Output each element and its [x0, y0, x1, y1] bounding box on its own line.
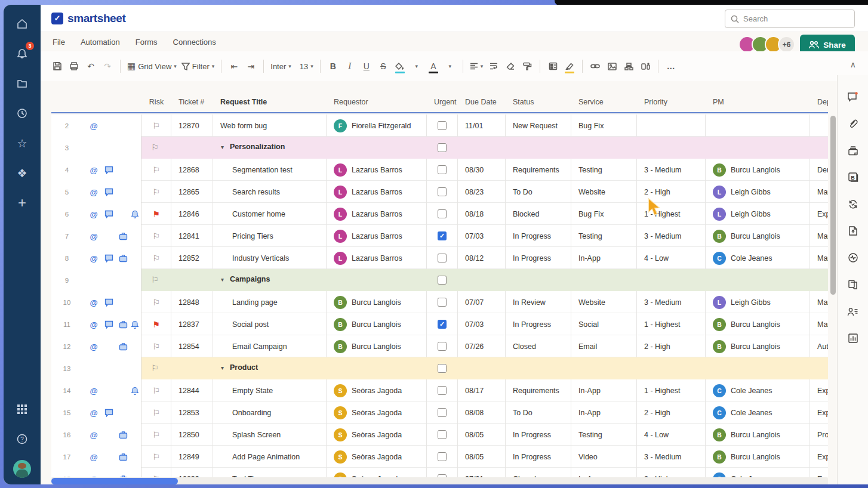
collaborator-avatars[interactable]: +6: [743, 36, 795, 53]
department-cell[interactable]: [810, 115, 828, 137]
requestor-cell[interactable]: SSeòras Jagoda: [327, 379, 427, 401]
table-row[interactable]: 2 @ ⚐ 12870 Web form bug FFiorella Fitzg…: [51, 115, 828, 137]
help-icon[interactable]: ?: [11, 428, 33, 450]
risk-cell[interactable]: ⚐: [141, 379, 171, 401]
priority-cell[interactable]: 3 - Medium: [637, 446, 706, 468]
reminder-bell-icon[interactable]: [131, 210, 139, 218]
urgent-checkbox[interactable]: [438, 408, 447, 417]
clear-format-button[interactable]: [502, 57, 519, 75]
urgent-cell[interactable]: [427, 203, 458, 225]
urgent-checkbox[interactable]: ✓: [438, 231, 447, 240]
create-plus-icon[interactable]: +: [11, 192, 33, 214]
urgent-cell[interactable]: [427, 335, 458, 357]
risk-cell[interactable]: ⚑: [141, 313, 171, 335]
ticket-cell[interactable]: 12849: [171, 446, 213, 468]
service-cell[interactable]: Bug Fix: [571, 203, 637, 225]
fill-color-dropdown[interactable]: ▾: [408, 57, 425, 75]
risk-flag-icon[interactable]: ⚐: [152, 342, 160, 351]
status-cell[interactable]: To Do: [506, 401, 571, 424]
service-cell[interactable]: In-App: [571, 247, 637, 269]
title-cell[interactable]: Splash Screen: [213, 424, 327, 446]
bold-button[interactable]: B: [325, 57, 341, 75]
attachment-icon[interactable]: @: [90, 210, 97, 219]
title-cell[interactable]: Industry Verticals: [213, 247, 327, 269]
title-cell[interactable]: Email Campaign: [213, 335, 327, 357]
proof-briefcase-icon[interactable]: [119, 254, 128, 262]
status-cell[interactable]: New Request: [506, 115, 571, 137]
urgent-cell[interactable]: [427, 291, 458, 313]
attachment-icon[interactable]: @: [90, 188, 97, 197]
department-cell[interactable]: Produ: [810, 424, 828, 446]
collapse-toolbar-chevron[interactable]: ∧: [850, 60, 856, 69]
highlight-button[interactable]: [561, 57, 578, 75]
font-size-select[interactable]: 13 ▾: [297, 57, 316, 75]
menu-connections[interactable]: Connections: [173, 38, 216, 47]
due-date-cell[interactable]: 08/05: [458, 424, 506, 446]
undo-button[interactable]: ↶: [82, 57, 99, 75]
status-cell[interactable]: In Progress: [506, 313, 571, 335]
urgent-cell[interactable]: [427, 468, 458, 477]
pm-cell[interactable]: [706, 115, 810, 137]
pm-cell[interactable]: CCole Jeanes: [706, 379, 810, 401]
service-cell[interactable]: In-App: [571, 468, 637, 477]
column-header[interactable]: Priority: [637, 98, 706, 112]
priority-cell[interactable]: [637, 115, 706, 137]
department-cell[interactable]: Exper: [810, 446, 828, 468]
risk-flag-icon[interactable]: ⚐: [152, 232, 160, 240]
strikethrough-button[interactable]: S: [375, 57, 392, 75]
pm-cell[interactable]: BBurcu Langlois: [706, 159, 810, 181]
risk-flag-icon[interactable]: ⚐: [152, 166, 160, 174]
table-row[interactable]: 7 @ ⚐ 12841 Pricing Tiers LLazarus Barro…: [51, 225, 828, 247]
save-button[interactable]: [49, 57, 66, 75]
table-row[interactable]: 4 @ ⚐ 12868 Segmentation test LLazarus B…: [51, 159, 828, 181]
pm-cell[interactable]: CCole Jeanes: [706, 468, 810, 477]
notifications-bell-icon[interactable]: 3: [11, 43, 33, 64]
section-row[interactable]: 13 ⚐ ▾ Product: [51, 357, 828, 379]
due-date-cell[interactable]: 08/18: [458, 203, 506, 225]
urgent-checkbox[interactable]: [438, 165, 447, 174]
title-cell[interactable]: Add Page Animation: [213, 446, 327, 468]
reminder-bell-icon[interactable]: [131, 320, 139, 329]
update-requests-icon[interactable]: [847, 198, 859, 210]
sheet-summary-chart-icon[interactable]: [847, 332, 859, 344]
pm-cell[interactable]: BBurcu Langlois: [706, 225, 810, 247]
risk-cell[interactable]: ⚐: [141, 335, 171, 357]
section-row[interactable]: 3 ⚐ ▾ Personalization: [51, 137, 828, 159]
risk-flag-icon[interactable]: ⚐: [152, 387, 160, 395]
column-header[interactable]: Requestor: [327, 98, 427, 112]
hierarchy-button[interactable]: [620, 57, 637, 75]
urgent-cell[interactable]: [427, 446, 458, 468]
service-cell[interactable]: Testing: [571, 225, 637, 247]
priority-cell[interactable]: 3 - Medium: [637, 225, 706, 247]
pm-cell[interactable]: CCole Jeanes: [706, 247, 810, 269]
ticket-cell[interactable]: 12870: [171, 115, 213, 137]
urgent-cell[interactable]: ✓: [427, 225, 458, 247]
fill-color-button[interactable]: [392, 57, 408, 75]
insert-image-button[interactable]: [604, 57, 620, 75]
department-cell[interactable]: Exper: [810, 468, 828, 477]
service-cell[interactable]: In-App: [571, 401, 637, 424]
collapse-caret-icon[interactable]: ▾: [221, 276, 224, 283]
service-cell[interactable]: Website: [571, 181, 637, 203]
column-header[interactable]: Risk: [141, 98, 171, 112]
outdent-button[interactable]: ⇤: [226, 57, 242, 75]
risk-cell[interactable]: ⚐: [141, 291, 171, 313]
risk-flag-icon[interactable]: ⚐: [152, 298, 160, 307]
table-row[interactable]: 12 @ ⚐ 12854 Email Campaign BBurcu Langl…: [51, 335, 828, 357]
indent-button[interactable]: ⇥: [242, 57, 259, 75]
horizontal-scrollbar-track[interactable]: [51, 477, 828, 484]
risk-cell[interactable]: ⚐: [141, 468, 171, 477]
ticket-cell[interactable]: 12868: [171, 159, 213, 181]
ticket-cell[interactable]: 12839: [171, 468, 213, 477]
text-color-button[interactable]: A: [425, 57, 442, 75]
column-header[interactable]: Urgent: [427, 98, 458, 112]
urgent-checkbox[interactable]: [438, 276, 447, 285]
priority-cell[interactable]: 3 - Medium: [637, 159, 706, 181]
risk-cell[interactable]: ⚐: [141, 424, 171, 446]
requestor-cell[interactable]: LLazarus Barros: [327, 203, 427, 225]
requestor-cell[interactable]: LLazarus Barros: [327, 247, 427, 269]
department-cell[interactable]: Dema: [810, 159, 828, 181]
table-row[interactable]: 5 @ ⚐ 12865 Search results LLazarus Barr…: [51, 181, 828, 203]
priority-cell[interactable]: 4 - Low: [637, 424, 706, 446]
pm-cell[interactable]: BBurcu Langlois: [706, 446, 810, 468]
